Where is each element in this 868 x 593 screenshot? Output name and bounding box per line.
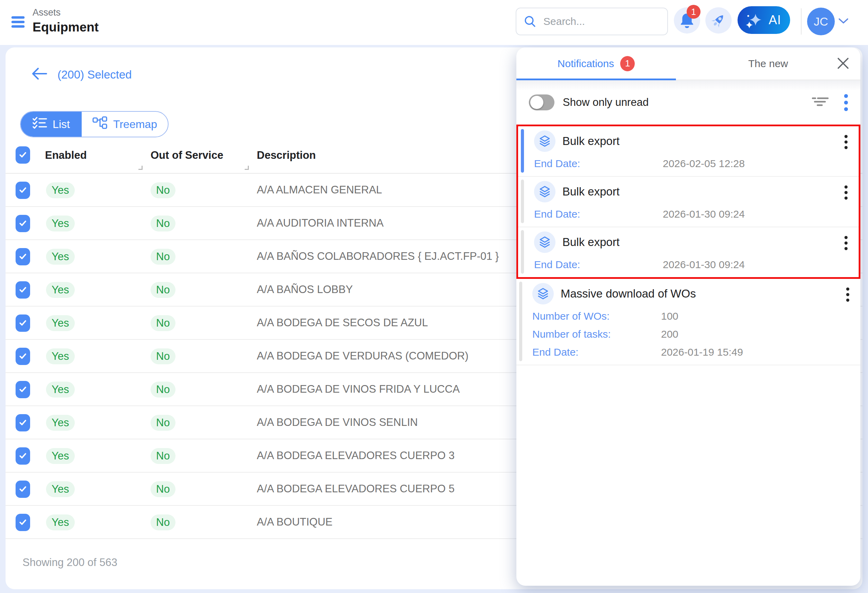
notification-meta-row: End Date: 2026-01-19 15:49 xyxy=(532,346,840,358)
column-header-out-of-service[interactable]: Out of Service xyxy=(151,149,223,162)
search-input[interactable] xyxy=(516,7,668,35)
notifications-toolbar: Show only unread xyxy=(517,80,861,125)
unread-indicator-bar xyxy=(519,282,522,361)
layers-icon xyxy=(534,181,555,202)
panel-kebab-menu-icon[interactable] xyxy=(844,91,848,114)
enabled-badge: Yes xyxy=(46,315,75,331)
show-only-unread-toggle[interactable] xyxy=(529,94,554,111)
notification-list: Bulk export End Date: 2026-02-05 12:28 B… xyxy=(517,125,861,365)
notification-meta-row: End Date: 2026-01-30 09:24 xyxy=(534,208,838,220)
row-description: A/A AUDITORIA INTERNA xyxy=(257,217,384,229)
row-checkbox[interactable] xyxy=(16,281,30,299)
column-header-enabled[interactable]: Enabled xyxy=(45,149,87,162)
meta-label: End Date: xyxy=(532,346,661,358)
out-of-service-badge: No xyxy=(151,249,176,265)
treemap-icon xyxy=(92,116,108,133)
out-of-service-badge: No xyxy=(151,182,176,198)
rocket-button[interactable] xyxy=(705,7,732,34)
notification-item[interactable]: Bulk export End Date: 2026-02-05 12:28 xyxy=(518,126,859,177)
enabled-badge: Yes xyxy=(46,415,75,431)
hamburger-menu-icon[interactable] xyxy=(12,16,25,27)
row-checkbox[interactable] xyxy=(16,447,30,465)
topbar-divider xyxy=(801,8,802,35)
notification-title-row: Bulk export xyxy=(534,232,838,253)
meta-label: End Date: xyxy=(534,158,663,170)
unread-indicator-bar xyxy=(521,129,524,173)
row-description: A/A BODEGA DE VINOS FRIDA Y LUCCA xyxy=(257,383,460,395)
search-box xyxy=(516,7,668,35)
row-count-status: Showing 200 of 563 xyxy=(22,556,117,569)
meta-label: End Date: xyxy=(534,258,663,271)
row-description: A/A ALMACEN GENERAL xyxy=(257,184,382,196)
row-checkbox[interactable] xyxy=(16,348,30,365)
item-kebab-menu-icon[interactable] xyxy=(846,285,849,304)
row-description: A/A BODEGA DE VINOS SENLIN xyxy=(257,416,418,429)
tab-list-view[interactable]: List xyxy=(21,112,82,137)
out-of-service-badge: No xyxy=(151,282,176,298)
notification-item[interactable]: Massive download of WOs Number of WOs: 1… xyxy=(517,279,861,365)
out-of-service-badge: No xyxy=(151,515,176,530)
meta-value: 2026-01-30 09:24 xyxy=(663,258,745,271)
row-checkbox[interactable] xyxy=(16,181,30,199)
layers-icon xyxy=(534,130,555,152)
row-checkbox[interactable] xyxy=(16,215,30,232)
enabled-badge: Yes xyxy=(46,515,75,530)
enabled-badge: Yes xyxy=(46,448,75,464)
enabled-badge: Yes xyxy=(46,348,75,364)
meta-value: 200 xyxy=(661,328,678,341)
notification-meta-row: End Date: 2026-01-30 09:24 xyxy=(534,258,838,271)
notification-title-row: Bulk export xyxy=(534,130,838,152)
notification-meta-row: Number of WOs: 100 xyxy=(532,310,840,322)
breadcrumb: Assets xyxy=(32,7,99,18)
unread-indicator-bar xyxy=(521,180,524,223)
notification-highlight-box: Bulk export End Date: 2026-02-05 12:28 B… xyxy=(517,125,861,279)
notification-item[interactable]: Bulk export End Date: 2026-01-30 09:24 xyxy=(518,227,859,277)
column-resize-handle[interactable] xyxy=(245,166,249,170)
bell-badge: 1 xyxy=(686,5,701,19)
row-checkbox[interactable] xyxy=(16,514,30,531)
enabled-badge: Yes xyxy=(46,215,75,232)
close-icon[interactable] xyxy=(836,56,850,72)
row-checkbox[interactable] xyxy=(16,414,30,431)
notification-item[interactable]: Bulk export End Date: 2026-01-30 09:24 xyxy=(518,177,859,227)
select-all-checkbox[interactable] xyxy=(16,146,30,164)
row-description: A/A BODEGA ELEVADORES CUERPO 5 xyxy=(257,482,455,495)
page-title: Equipment xyxy=(32,20,99,35)
item-kebab-menu-icon[interactable] xyxy=(844,183,847,202)
out-of-service-badge: No xyxy=(151,315,176,331)
notification-meta-list: Number of WOs: 100 Number of tasks: 200 … xyxy=(532,310,840,358)
out-of-service-badge: No xyxy=(151,215,176,232)
row-checkbox[interactable] xyxy=(16,381,30,398)
rocket-icon xyxy=(710,12,726,28)
enabled-badge: Yes xyxy=(46,182,75,198)
checklist-icon xyxy=(32,117,47,132)
notifications-panel: Notifications 1 The new Show only unread… xyxy=(517,47,861,586)
user-avatar[interactable]: JC xyxy=(807,7,835,35)
ai-assistant-button[interactable]: AI xyxy=(738,6,790,34)
sparkle-icon xyxy=(744,10,764,32)
meta-value: 2026-01-19 15:49 xyxy=(661,346,743,358)
column-resize-handle[interactable] xyxy=(139,166,143,170)
view-toggle: List Treemap xyxy=(20,111,168,137)
chevron-down-icon[interactable] xyxy=(838,18,849,26)
tab-notifications[interactable]: Notifications 1 xyxy=(517,47,676,80)
row-checkbox[interactable] xyxy=(16,314,30,332)
meta-value: 2026-02-05 12:28 xyxy=(663,158,745,170)
out-of-service-badge: No xyxy=(151,481,176,497)
tab-the-new[interactable]: The new xyxy=(676,47,861,80)
out-of-service-badge: No xyxy=(151,448,176,464)
notifications-tab-badge: 1 xyxy=(620,56,635,71)
row-checkbox[interactable] xyxy=(16,248,30,266)
column-header-description[interactable]: Description xyxy=(257,149,316,162)
tab-treemap-view[interactable]: Treemap xyxy=(82,112,168,137)
item-kebab-menu-icon[interactable] xyxy=(844,133,847,152)
row-description: A/A BAÑOS COLABORADORES { EJ.ACT.FP-01 } xyxy=(257,250,499,263)
back-arrow-button[interactable] xyxy=(31,67,48,82)
out-of-service-badge: No xyxy=(151,415,176,431)
filter-icon[interactable] xyxy=(812,96,828,108)
row-checkbox[interactable] xyxy=(16,481,30,498)
layers-icon xyxy=(534,232,555,253)
selected-count-label[interactable]: (200) Selected xyxy=(58,68,132,81)
out-of-service-badge: No xyxy=(151,348,176,364)
item-kebab-menu-icon[interactable] xyxy=(844,233,847,252)
